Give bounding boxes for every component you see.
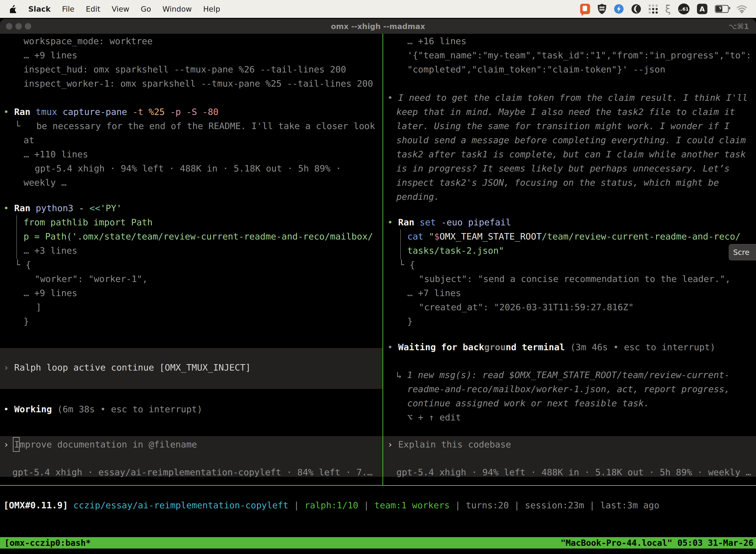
terminal-text-segment: "worker": "worker-1", xyxy=(35,274,147,284)
terminal-text-segment: └ { xyxy=(15,260,31,270)
tmux-session-label: [omx-cczip0:bash* xyxy=(4,538,91,548)
terminal-text-segment: $ xyxy=(434,231,440,241)
terminal-text-segment: └ be necessary for the end of the README… xyxy=(15,121,375,131)
terminal-line: at xyxy=(23,133,34,147)
terminal-line: workspace_mode: worktree xyxy=(23,34,152,48)
terminal-text-segment: nd terminal xyxy=(506,342,565,352)
terminal-line: … +9 lines xyxy=(23,286,77,300)
terminal-text-segment: gpt-5.4 xhigh · 94% left · 488K in · 5.1… xyxy=(35,163,341,173)
terminal-line: … +16 lines xyxy=(407,34,466,48)
menu-item-file[interactable]: File xyxy=(62,5,74,13)
menu-items: FileEditViewGoWindowHelp xyxy=(62,5,232,13)
apple-menu-icon[interactable] xyxy=(10,4,17,13)
terminal-text-segment: %25 xyxy=(143,107,165,117)
terminal-line: } xyxy=(407,314,413,328)
terminal-text-segment: • xyxy=(3,404,14,414)
terminal-line: keep that in mind. Maybe I also need the… xyxy=(396,105,735,119)
input-source-icon[interactable]: A xyxy=(697,4,707,14)
terminal-text-segment: /team/review-current-readme-and-reco/ xyxy=(542,231,741,241)
menu-bar: Slack FileEditViewGoWindowHelp ξ ..61 A xyxy=(0,0,756,18)
terminal-text-segment: later. Using the same for transition mig… xyxy=(396,121,730,131)
terminal-text-segment: | xyxy=(359,500,375,510)
terminal-line: [OMX#0.11.9] cczip/essay/ai-reimplementa… xyxy=(3,498,659,512)
terminal-text-segment: Explain this codebase xyxy=(398,439,511,449)
menu-item-app[interactable]: Slack xyxy=(28,5,51,13)
terminal-text-segment: inspect_hud: omx sparkshell --tmux-pane … xyxy=(23,64,346,74)
window-titlebar: omx --xhigh --madmax ⌥⌘1 xyxy=(0,19,756,34)
terminal-text-segment: - xyxy=(73,203,84,213)
usage-meter-icon[interactable]: ..61 xyxy=(678,3,690,14)
terminal-text-segment: last:3m ago xyxy=(600,500,659,510)
menu-item-help[interactable]: Help xyxy=(203,5,220,13)
terminal-text-segment: '{"team_name":"my-team","task_id":"1","f… xyxy=(407,50,751,60)
terminal-text-segment: inspect task2's JSON, focusing on the st… xyxy=(396,177,719,188)
terminal-line: inspect task2's JSON, focusing on the st… xyxy=(396,175,719,189)
terminal-text-segment: └ { xyxy=(399,260,415,270)
terminal-line: continue assigned work or next feasible … xyxy=(407,396,649,410)
terminal-text-segment: tmux xyxy=(30,107,57,117)
terminal-text-segment: set xyxy=(414,217,436,227)
battery-icon[interactable] xyxy=(715,5,729,13)
terminal-text-segment: "completed","claim_token":"claim-token"}… xyxy=(407,64,665,74)
hook-icon[interactable]: ξ xyxy=(665,4,671,14)
terminal-line: readme-and-reco/mailbox/worker-1.json, a… xyxy=(407,382,730,396)
screen-capture-icon[interactable] xyxy=(631,4,641,14)
terminal-line: tasks/task-2.json" xyxy=(407,243,504,258)
terminal-line: should send a message before completing … xyxy=(396,133,746,147)
terminal-text-segment: "subject": "send a concise recommendatio… xyxy=(419,274,731,284)
terminal-text-segment: keep that in mind. Maybe I also need the… xyxy=(396,107,735,117)
privacy-shield-icon[interactable] xyxy=(597,3,607,14)
terminal-line: p = Path('.omx/state/team/review-current… xyxy=(23,229,373,243)
terminal-line: ↳ 1 new msg(s): read $OMX_TEAM_STATE_ROO… xyxy=(396,368,730,382)
speech-bubble-icon[interactable] xyxy=(580,4,590,14)
terminal-text-segment: | xyxy=(509,500,525,510)
terminal-text-segment: … +3 lines xyxy=(23,245,77,256)
terminal-text-segment: turns:20 xyxy=(466,500,509,510)
terminal-text-segment: cat xyxy=(407,231,423,241)
speedtest-icon[interactable] xyxy=(614,4,624,14)
menu-bar-status-area: ξ ..61 A xyxy=(580,3,756,14)
pane-divider[interactable] xyxy=(382,34,383,486)
menu-item-go[interactable]: Go xyxy=(141,5,151,13)
terminal-line: … +3 lines xyxy=(23,243,77,258)
terminal-text-segment: • xyxy=(3,203,14,213)
terminal-text-segment xyxy=(68,500,73,510)
terminal-text-segment: | xyxy=(450,500,466,510)
terminal-line: inspect_worker-1: omx sparkshell --tmux-… xyxy=(23,76,373,91)
terminal-line: › Improve documentation in @filename xyxy=(3,437,197,451)
terminal-line: later. Using the same for transition mig… xyxy=(396,119,730,133)
terminal-text-segment: "created_at": "2026-03-31T11:59:27.816Z" xyxy=(419,302,634,312)
terminal-text-segment: ralph:1/10 xyxy=(305,500,359,510)
text-cursor xyxy=(13,437,19,452)
terminal-line: • Ran python3 - <<'PY' xyxy=(3,201,122,215)
terminal-line: cat "$OMX_TEAM_STATE_ROOT/team/review-cu… xyxy=(407,229,741,243)
terminal-text-segment: 'PY' xyxy=(100,203,122,213)
terminal-text-segment: Ran xyxy=(398,217,414,227)
terminal-line: task2 after task1 is complete, but can I… xyxy=(396,147,746,161)
right-pane-border xyxy=(383,485,756,486)
app-launcher-icon[interactable] xyxy=(649,4,658,14)
menu-item-edit[interactable]: Edit xyxy=(86,5,100,13)
wifi-icon[interactable] xyxy=(736,4,748,13)
terminal-line: └ { xyxy=(15,258,31,272)
terminal-text-segment: … +7 lines xyxy=(407,288,461,298)
menu-item-view[interactable]: View xyxy=(112,5,129,13)
output-connector-line xyxy=(16,215,17,259)
terminal-line: "subject": "send a concise recommendatio… xyxy=(419,272,731,286)
terminal-text-segment: ⌥ + ↑ edit xyxy=(407,412,461,423)
terminal-line: • Ran set -euo pipefail xyxy=(387,215,511,229)
terminal-text-segment: grou xyxy=(484,342,506,352)
terminal-text-segment: readme-and-reco/mailbox/worker-1.json, a… xyxy=(407,384,730,394)
terminal-text-segment: capture-pane xyxy=(57,107,127,117)
terminal-line: weekly … xyxy=(23,175,66,189)
terminal-line: › Explain this codebase xyxy=(387,437,511,451)
terminal-text-segment: cczip/essay/ai-reimplementation-copyleft xyxy=(73,500,289,510)
terminal-text-segment: › xyxy=(387,439,398,449)
terminal-line: › Ralph loop active continue [OMX_TMUX_I… xyxy=(3,361,251,375)
terminal-text-segment: pending. xyxy=(396,191,439,202)
left-pane-border xyxy=(0,485,383,486)
terminal-text-segment: gpt-5.4 xhigh · 94% left · 488K in · 5.1… xyxy=(396,467,751,477)
terminal-line: └ { xyxy=(399,258,415,272)
menu-item-window[interactable]: Window xyxy=(163,5,192,13)
terminal-text-segment: ] xyxy=(36,302,42,312)
